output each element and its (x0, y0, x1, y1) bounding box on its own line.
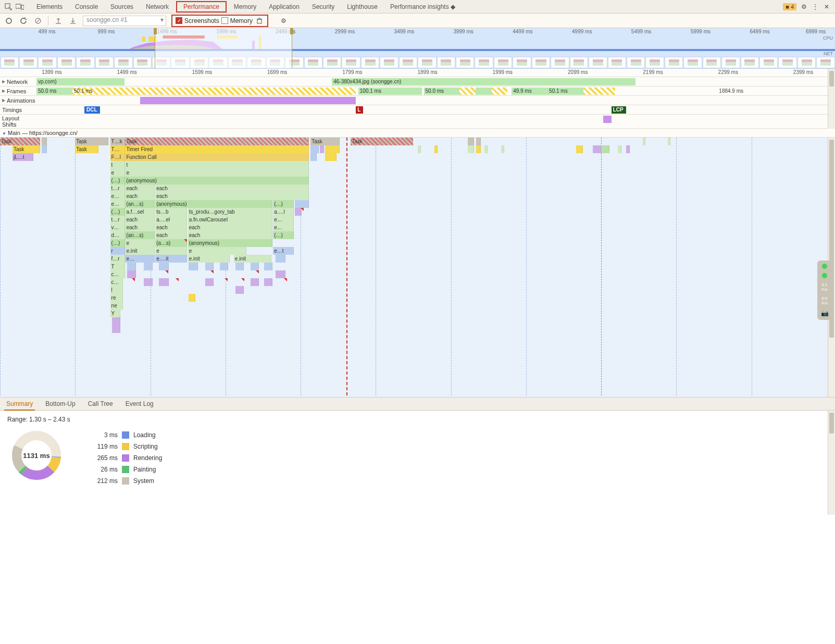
screenshot-thumbs[interactable] (0, 57, 835, 68)
clear-icon[interactable] (33, 16, 43, 26)
tab-sources[interactable]: Sources (104, 0, 140, 14)
capture-settings-icon[interactable]: ⚙ (279, 16, 288, 26)
upload-icon[interactable] (54, 16, 63, 26)
summary-donut: 1131 ms (10, 429, 63, 481)
legend-rendering: 265 msRendering (89, 452, 162, 464)
svg-rect-15 (0, 49, 835, 51)
screenshots-label: Screenshots (184, 17, 219, 24)
track-animations[interactable]: ▶Animations (0, 96, 835, 105)
perf-toolbar: soongge.cn #1 ✓ Screenshots Memory ⚙ (0, 14, 835, 28)
legend-loading: 3 msLoading (89, 429, 162, 441)
tab-security[interactable]: Security (306, 0, 341, 14)
tab-summary[interactable]: Summary (4, 397, 35, 411)
svg-rect-6 (257, 19, 261, 23)
record-icon[interactable] (4, 16, 14, 26)
gc-icon[interactable] (255, 16, 264, 26)
overview-selection[interactable] (155, 28, 292, 68)
overview-strip[interactable]: 499 ms 999 ms 1499 ms 1999 ms 2499 ms 29… (0, 28, 835, 69)
tracks-scrollbar[interactable] (828, 69, 835, 129)
tab-elements[interactable]: Elements (30, 0, 69, 14)
screenshots-checkbox[interactable]: ✓ (176, 17, 182, 24)
tab-perf-insights[interactable]: Performance insights ◆ (384, 0, 462, 14)
summary-panel: Range: 1.30 s – 2.43 s 1131 ms 3 msLoadi… (0, 411, 835, 515)
summary-total: 1131 ms (10, 429, 63, 481)
session-select[interactable]: soongge.cn #1 (83, 16, 166, 26)
device-icon[interactable] (16, 3, 24, 11)
tab-console[interactable]: Console (69, 0, 104, 14)
tab-bottomup[interactable]: Bottom-Up (43, 397, 77, 411)
tab-network[interactable]: Network (140, 0, 175, 14)
gear-icon[interactable]: ⚙ (800, 3, 808, 11)
track-layout-shifts[interactable]: Layout Shifts (0, 115, 835, 129)
tab-memory[interactable]: Memory (228, 0, 263, 14)
overview-ruler: 499 ms 999 ms 1499 ms 1999 ms 2499 ms 29… (0, 28, 835, 35)
inspect-icon[interactable] (4, 3, 13, 11)
track-network[interactable]: ▶Network vp.com) 46-380x434.jpg (soongge… (0, 77, 835, 86)
tab-application[interactable]: Application (263, 0, 306, 14)
download-icon[interactable] (68, 16, 78, 26)
summary-range: Range: 1.30 s – 2.43 s (7, 416, 828, 423)
net-label: NET (824, 51, 833, 56)
svg-rect-2 (21, 5, 24, 9)
svg-line-5 (36, 19, 40, 23)
tab-lighthouse[interactable]: Lighthouse (341, 0, 384, 14)
legend-scripting: 119 msScripting (89, 441, 162, 452)
main-thread-label[interactable]: ▼ Main — https://soongge.cn/ (0, 129, 835, 138)
summary-scrollbar[interactable] (828, 411, 835, 515)
flame-chart[interactable]: Task Task T…k Task Task Task Task Task T… (0, 138, 835, 395)
memory-checkbox[interactable] (221, 17, 228, 24)
tab-calltree[interactable]: Call Tree (86, 397, 115, 411)
svg-rect-9 (142, 36, 145, 42)
flamechart-area[interactable]: 1399 ms 1499 ms 1599 ms 1699 ms 1799 ms … (0, 69, 835, 397)
track-frames[interactable]: ▶Frames 50.0 ms 50.1 ms 100.1 ms 50.0 ms… (0, 86, 835, 96)
memory-label: Memory (230, 17, 253, 24)
legend-painting: 26 msPainting (89, 464, 162, 475)
network-meter: 0.1K/s 0.0K/s 📷 (817, 261, 832, 320)
capture-options: ✓ Screenshots Memory (171, 15, 268, 27)
warnings-badge[interactable]: ■ 4 (783, 3, 796, 10)
tab-eventlog[interactable]: Event Log (123, 397, 156, 411)
svg-rect-1 (16, 4, 21, 8)
kebab-icon[interactable]: ⋮ (811, 3, 819, 11)
devtools-tabbar: Elements Console Sources Network Perform… (0, 0, 835, 14)
reload-icon[interactable] (19, 16, 28, 26)
camera-icon[interactable]: 📷 (821, 309, 829, 317)
svg-point-3 (6, 18, 11, 23)
tab-performance[interactable]: Performance (176, 1, 227, 13)
timeline-ruler: 1399 ms 1499 ms 1599 ms 1699 ms 1799 ms … (0, 69, 835, 77)
details-tabs: Summary Bottom-Up Call Tree Event Log (0, 397, 835, 411)
summary-legend: 3 msLoading 119 msScripting 265 msRender… (89, 429, 162, 487)
legend-system: 212 msSystem (89, 475, 162, 487)
close-icon[interactable]: ✕ (822, 3, 831, 11)
track-timings[interactable]: Timings FP DCL L LCP (0, 105, 835, 115)
